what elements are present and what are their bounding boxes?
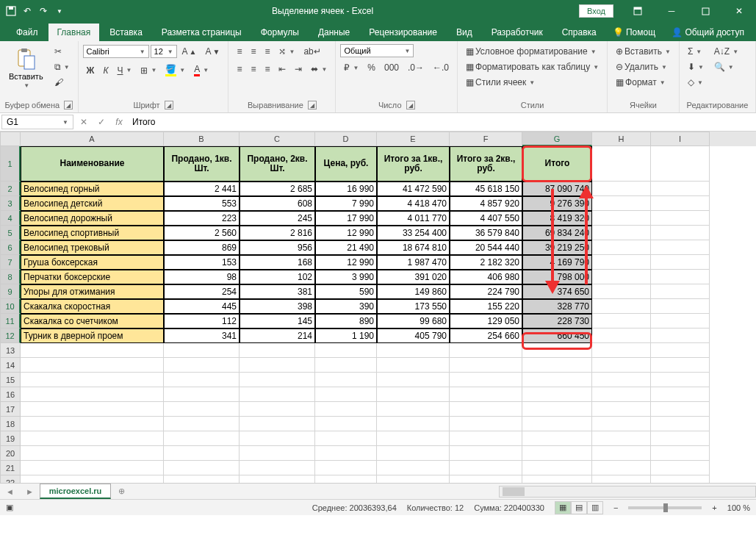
cell-C18[interactable] bbox=[240, 417, 315, 431]
cell-H19[interactable] bbox=[592, 431, 651, 446]
col-header-H[interactable]: H bbox=[592, 132, 651, 146]
cell-B4[interactable]: 223 bbox=[164, 211, 240, 226]
cell-I1[interactable] bbox=[651, 146, 710, 182]
cell-G13[interactable] bbox=[522, 343, 592, 358]
cell-F10[interactable]: 155 220 bbox=[450, 299, 522, 314]
cell-C2[interactable]: 2 685 bbox=[240, 182, 315, 196]
currency-button[interactable]: ₽▼ bbox=[340, 60, 362, 75]
percent-button[interactable]: % bbox=[364, 60, 379, 75]
redo-icon[interactable]: ↷ bbox=[37, 4, 50, 18]
font-launcher[interactable]: ◢ bbox=[165, 101, 173, 109]
decrease-indent-button[interactable]: ⇤ bbox=[275, 62, 289, 76]
cell-D13[interactable] bbox=[315, 343, 377, 358]
col-header-G[interactable]: G bbox=[522, 132, 592, 146]
cell-I22[interactable] bbox=[651, 475, 710, 483]
cell-F8[interactable]: 406 980 bbox=[450, 270, 522, 284]
zoom-slider[interactable] bbox=[628, 506, 702, 509]
sheet-tab-active[interactable]: microexcel.ru bbox=[40, 484, 112, 499]
cell-B18[interactable] bbox=[164, 417, 240, 431]
cell-C20[interactable] bbox=[240, 446, 315, 461]
cell-F7[interactable]: 2 182 320 bbox=[450, 255, 522, 270]
horizontal-scrollbar[interactable] bbox=[499, 486, 756, 498]
cell-G1[interactable]: Итого bbox=[522, 146, 592, 182]
row-header-14[interactable]: 14 bbox=[0, 358, 21, 373]
cell-B3[interactable]: 553 bbox=[164, 196, 240, 211]
cell-A3[interactable]: Велосипед детский bbox=[21, 196, 164, 211]
cell-B13[interactable] bbox=[164, 343, 240, 358]
cell-F2[interactable]: 45 618 150 bbox=[450, 182, 522, 196]
row-header-12[interactable]: 12 bbox=[0, 328, 21, 343]
cell-D14[interactable] bbox=[315, 358, 377, 373]
cell-D4[interactable]: 17 990 bbox=[315, 211, 377, 226]
cell-B9[interactable]: 254 bbox=[164, 284, 240, 299]
cell-E18[interactable] bbox=[377, 417, 450, 431]
cell-F12[interactable]: 254 660 bbox=[450, 328, 522, 343]
cell-B16[interactable] bbox=[164, 387, 240, 402]
cell-I21[interactable] bbox=[651, 461, 710, 475]
cell-D18[interactable] bbox=[315, 417, 377, 431]
cell-G21[interactable] bbox=[522, 461, 592, 475]
close-icon[interactable]: ✕ bbox=[722, 0, 756, 22]
tab-help[interactable]: Справка bbox=[553, 24, 605, 41]
cell-C17[interactable] bbox=[240, 402, 315, 417]
cell-H9[interactable] bbox=[592, 284, 651, 299]
align-left-button[interactable]: ≡ bbox=[233, 62, 245, 76]
align-middle-button[interactable]: ≡ bbox=[247, 44, 259, 59]
format-as-table-button[interactable]: ▦Форматировать как таблицу▼ bbox=[462, 60, 602, 74]
cell-I8[interactable] bbox=[651, 270, 710, 284]
col-header-B[interactable]: B bbox=[164, 132, 240, 146]
cell-B21[interactable] bbox=[164, 461, 240, 475]
cell-B5[interactable]: 2 560 bbox=[164, 226, 240, 240]
cell-A4[interactable]: Велосипед дорожный bbox=[21, 211, 164, 226]
cell-E19[interactable] bbox=[377, 431, 450, 446]
row-header-13[interactable]: 13 bbox=[0, 343, 21, 358]
tab-review[interactable]: Рецензирование bbox=[360, 24, 446, 41]
cell-E11[interactable]: 99 680 bbox=[377, 314, 450, 328]
cell-D8[interactable]: 3 990 bbox=[315, 270, 377, 284]
cell-I16[interactable] bbox=[651, 387, 710, 402]
cell-H4[interactable] bbox=[592, 211, 651, 226]
cell-I11[interactable] bbox=[651, 314, 710, 328]
cell-E7[interactable]: 1 987 470 bbox=[377, 255, 450, 270]
cell-E8[interactable]: 391 020 bbox=[377, 270, 450, 284]
cell-F5[interactable]: 36 579 840 bbox=[450, 226, 522, 240]
row-header-21[interactable]: 21 bbox=[0, 461, 21, 475]
cell-D11[interactable]: 890 bbox=[315, 314, 377, 328]
cell-D6[interactable]: 21 490 bbox=[315, 240, 377, 255]
cell-A7[interactable]: Груша боксерская bbox=[21, 255, 164, 270]
maximize-icon[interactable] bbox=[688, 0, 722, 22]
font-name-combo[interactable]: Calibri▼ bbox=[83, 45, 149, 58]
cell-H6[interactable] bbox=[592, 240, 651, 255]
cell-C1[interactable]: Продано, 2кв. Шт. bbox=[240, 146, 315, 182]
italic-button[interactable]: К bbox=[99, 63, 112, 78]
cell-D15[interactable] bbox=[315, 373, 377, 387]
cell-A18[interactable] bbox=[21, 417, 164, 431]
cell-C19[interactable] bbox=[240, 431, 315, 446]
cell-H7[interactable] bbox=[592, 255, 651, 270]
cell-C9[interactable]: 381 bbox=[240, 284, 315, 299]
cell-I5[interactable] bbox=[651, 226, 710, 240]
cell-A10[interactable]: Скакалка скоростная bbox=[21, 299, 164, 314]
cell-E12[interactable]: 405 790 bbox=[377, 328, 450, 343]
cell-I7[interactable] bbox=[651, 255, 710, 270]
cell-E6[interactable]: 18 674 810 bbox=[377, 240, 450, 255]
row-header-2[interactable]: 2 bbox=[0, 182, 21, 196]
row-header-4[interactable]: 4 bbox=[0, 211, 21, 226]
conditional-format-button[interactable]: ▦Условное форматирование▼ bbox=[462, 44, 600, 59]
font-color-button[interactable]: А▼ bbox=[190, 62, 212, 79]
cell-A17[interactable] bbox=[21, 402, 164, 417]
cell-G22[interactable] bbox=[522, 475, 592, 483]
fill-color-button[interactable]: 🪣▼ bbox=[162, 62, 189, 79]
cell-I19[interactable] bbox=[651, 431, 710, 446]
increase-indent-button[interactable]: ⇥ bbox=[291, 62, 306, 76]
cell-H5[interactable] bbox=[592, 226, 651, 240]
cell-D2[interactable]: 16 990 bbox=[315, 182, 377, 196]
view-normal-icon[interactable]: ▦ bbox=[555, 501, 571, 514]
tab-view[interactable]: Вид bbox=[447, 24, 481, 41]
sort-filter-button[interactable]: A↓Z▼ bbox=[710, 44, 742, 59]
cell-G19[interactable] bbox=[522, 431, 592, 446]
row-header-6[interactable]: 6 bbox=[0, 240, 21, 255]
cell-H2[interactable] bbox=[592, 182, 651, 196]
tab-insert[interactable]: Вставка bbox=[101, 24, 151, 41]
cell-B6[interactable]: 869 bbox=[164, 240, 240, 255]
